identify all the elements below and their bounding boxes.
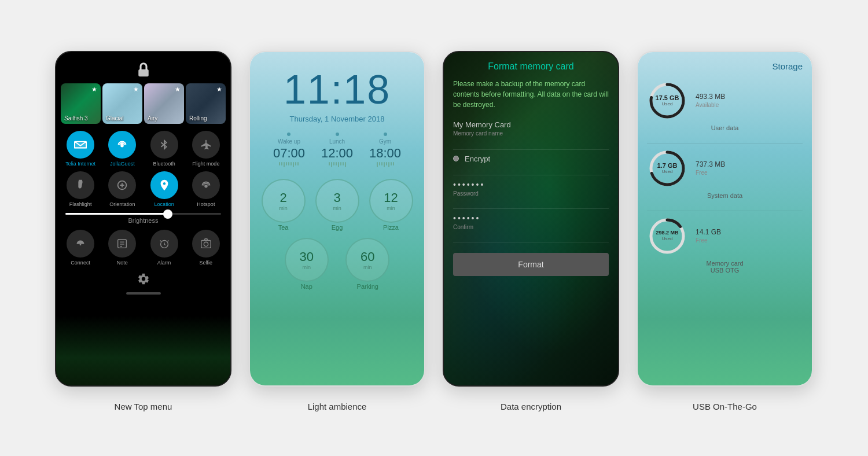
brightness-control[interactable]: Brightness [56, 213, 230, 224]
wallpaper-row: ★ Sailfish 3 ★ Glacial ★ Airy ★ Rolling [56, 83, 230, 124]
brightness-thumb[interactable] [163, 209, 172, 219]
alarm-name-1: Wake up [278, 138, 300, 145]
storage-title: Storage [647, 61, 803, 71]
wallpaper-rolling[interactable]: ★ Rolling [186, 83, 226, 124]
memory-card-section: Memory card USB OTG [647, 260, 803, 274]
timer-circle-pizza: 12 min [369, 179, 413, 223]
phone1-container: ★ Sailfish 3 ★ Glacial ★ Airy ★ Rolling [55, 51, 231, 411]
encrypt-row[interactable]: Encrypt [453, 155, 609, 163]
card-name-placeholder: Memory card name [453, 130, 609, 137]
timer-egg[interactable]: 3 min Egg [313, 179, 361, 231]
alarm-ticks-2 [329, 162, 346, 167]
lock-svg [135, 61, 152, 79]
wp-label-glacial: Glacial [106, 115, 124, 122]
toggle-internet[interactable]: Telia Internet [61, 131, 100, 167]
wallpaper-airy[interactable]: ★ Airy [144, 83, 184, 124]
password-dots: ••••••• [453, 180, 609, 189]
toggle-hotspot-label: Hotspot [197, 201, 215, 207]
bottom-selfie[interactable]: Selfie [186, 230, 226, 266]
timer-circle-nap: 30 min [285, 238, 329, 282]
user-data-info: 493.3 MB Available [696, 93, 725, 108]
settings-icon[interactable] [137, 273, 150, 285]
bottom-alarm[interactable]: Alarm [145, 230, 184, 266]
phone2-screen: 11:18 Thursday, 1 November 2018 Wake up … [250, 52, 424, 385]
toggle-hotspot[interactable]: Hotspot [186, 171, 226, 207]
alarm-label: Alarm [157, 260, 171, 266]
phone2-label: Light ambience [308, 402, 367, 411]
user-data-row: 17.5 GB Used 493.3 MB Available [647, 80, 803, 121]
timer-unit-tea: min [279, 205, 288, 211]
toggle-orientation[interactable]: Orientation [102, 171, 142, 207]
svg-point-4 [205, 185, 207, 187]
bottom-connect[interactable]: Connect [61, 230, 100, 266]
timer-num-parking: 60 [361, 249, 374, 264]
system-data-row: 1.7 GB Used 737.3 MB Free [647, 148, 803, 189]
bottom-note[interactable]: Note [102, 230, 142, 266]
timer-unit-nap: min [302, 264, 311, 270]
divider-1 [453, 149, 609, 150]
bottom-icons: Connect Note Alarm [56, 230, 230, 266]
memory-card-info: 14.1 GB Free [696, 228, 721, 244]
encrypt-label: Encrypt [465, 155, 490, 163]
confirm-dots: •••••• [453, 214, 609, 223]
timer-circle-egg: 3 min [315, 179, 359, 223]
timer-parking[interactable]: 60 min Parking [340, 238, 396, 290]
alarm-name-3: Gym [379, 138, 391, 145]
timer-unit-parking: min [363, 264, 372, 270]
timer-nap[interactable]: 30 min Nap [279, 238, 334, 290]
toggle-location[interactable]: Location [145, 171, 184, 207]
memory-card-label: 298.2 MB Used [647, 216, 687, 256]
lock-icon [56, 52, 230, 83]
timer-label-tea: Tea [278, 224, 289, 231]
clock-time: 11:18 [284, 69, 391, 110]
alarm-time-3: 18:00 [369, 146, 401, 161]
wallpaper-glacial[interactable]: ★ Glacial [102, 83, 142, 124]
alarm-icon [150, 230, 178, 258]
toggle-bluetooth-icon [150, 131, 178, 159]
alarm-ticks-3 [377, 162, 394, 167]
alarm-gym[interactable]: Gym 18:00 [369, 133, 401, 167]
toggles-row1: Telia Internet JollaGuest Bluetooth [56, 131, 230, 167]
brightness-fill [65, 213, 167, 215]
toggles-row2: Flashlight Orientation Location [56, 171, 230, 207]
timers-row2: 30 min Nap 60 min Parking [250, 238, 424, 290]
confirm-label: Confirm [453, 224, 609, 230]
selfie-icon [192, 230, 220, 258]
timer-num-pizza: 12 [384, 190, 398, 205]
connect-label: Connect [71, 260, 90, 266]
toggle-guest[interactable]: JollaGuest [102, 131, 142, 167]
toggle-orientation-icon [108, 171, 136, 199]
system-data-info: 737.3 MB Free [696, 160, 725, 176]
alarms-row: Wake up 07:00 Lunch 12:00 [250, 133, 424, 167]
wallpaper-sailfish[interactable]: ★ Sailfish 3 [61, 83, 101, 124]
toggle-flashlight[interactable]: Flashlight [61, 171, 100, 207]
alarm-wakeup[interactable]: Wake up 07:00 [273, 133, 305, 167]
storage-divider-2 [647, 211, 803, 211]
toggle-bluetooth[interactable]: Bluetooth [145, 131, 184, 167]
phone2-container: 11:18 Thursday, 1 November 2018 Wake up … [249, 51, 425, 411]
p4-content: Storage 17.5 GB Used [638, 52, 812, 385]
timers-row1: 2 min Tea 3 min Egg 12 [250, 179, 424, 231]
svg-rect-11 [201, 240, 211, 248]
timer-pizza[interactable]: 12 min Pizza [367, 179, 415, 231]
encrypt-toggle[interactable] [453, 156, 459, 161]
connect-icon [67, 230, 94, 258]
toggle-guest-label: JollaGuest [110, 161, 135, 167]
toggle-flight[interactable]: Flight mode [186, 131, 226, 167]
svg-rect-0 [138, 69, 149, 76]
divider-4 [453, 242, 609, 242]
alarm-ticks-1 [279, 162, 299, 167]
timer-tea[interactable]: 2 min Tea [259, 179, 307, 231]
toggle-flight-label: Flight mode [192, 161, 219, 167]
phone1-frame: ★ Sailfish 3 ★ Glacial ★ Airy ★ Rolling [55, 51, 231, 387]
brightness-track[interactable] [65, 213, 221, 215]
phone4-label: USB On-The-Go [693, 402, 757, 411]
phone4-container: Storage 17.5 GB Used [637, 51, 813, 411]
format-button[interactable]: Format [453, 253, 609, 276]
toggle-orientation-label: Orientation [109, 201, 135, 207]
svg-point-5 [80, 244, 82, 245]
alarm-lunch[interactable]: Lunch 12:00 [321, 133, 353, 167]
toggle-flight-icon [192, 131, 220, 159]
timer-num-nap: 30 [300, 249, 314, 264]
alarm-name-2: Lunch [329, 138, 345, 145]
